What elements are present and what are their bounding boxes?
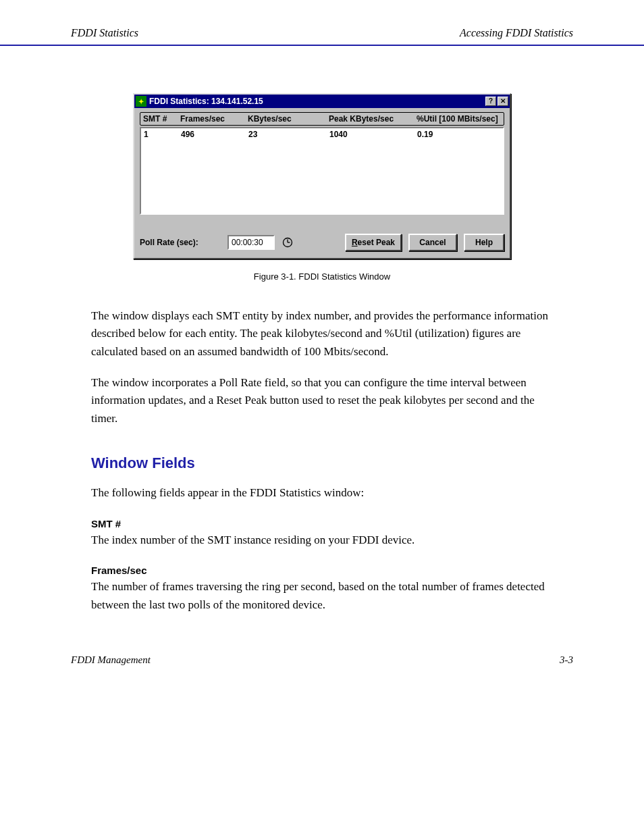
section-heading: Window Fields <box>91 452 553 475</box>
footer-right: 3-3 <box>560 654 573 666</box>
cancel-button[interactable]: Cancel <box>408 234 457 251</box>
header-right: Accessing FDDI Statistics <box>460 27 573 39</box>
field-frames-name: Frames/sec <box>91 563 553 578</box>
titlebar: ✦ FDDI Statistics: 134.141.52.15 ? ✕ <box>134 95 510 108</box>
col-util: %Util [100 MBits/sec] <box>417 114 501 124</box>
table-row[interactable]: 1 496 23 1040 0.19 <box>142 130 502 139</box>
page-footer: FDDI Management 3-3 <box>71 654 573 666</box>
poll-rate-label: Poll Rate (sec): <box>140 238 221 247</box>
col-peak: Peak KBytes/sec <box>329 114 417 124</box>
close-button[interactable]: ✕ <box>498 97 508 106</box>
clock-icon[interactable] <box>281 236 294 249</box>
reset-peak-button[interactable]: Reset Peak <box>345 234 402 251</box>
app-icon: ✦ <box>136 96 146 107</box>
footer-left: FDDI Management <box>71 654 151 666</box>
figure-caption: Figure 3-1. FDDI Statistics Window <box>0 271 644 282</box>
para-3: The following fields appear in the FDDI … <box>91 484 553 502</box>
page-running-header: FDDI Statistics Accessing FDDI Statistic… <box>0 0 644 46</box>
cell-smt: 1 <box>144 130 181 139</box>
poll-rate-input[interactable] <box>227 235 275 250</box>
field-smt-name: SMT # <box>91 516 553 531</box>
para-1: The window displays each SMT entity by i… <box>91 307 553 361</box>
help-button[interactable]: Help <box>464 234 504 251</box>
field-frames-desc: The number of frames traversing the ring… <box>91 578 553 614</box>
column-headers: SMT # Frames/sec KBytes/sec Peak KBytes/… <box>140 112 504 126</box>
body-text: The window displays each SMT entity by i… <box>91 307 553 614</box>
help-button-titlebar[interactable]: ? <box>485 97 496 106</box>
col-smt: SMT # <box>143 114 180 124</box>
header-left: FDDI Statistics <box>71 27 138 39</box>
cell-fps: 496 <box>181 130 248 139</box>
stats-listbox[interactable]: 1 496 23 1040 0.19 <box>140 127 504 215</box>
col-kbytes: KBytes/sec <box>248 114 329 124</box>
window-title: FDDI Statistics: 134.141.52.15 <box>149 97 484 106</box>
fddi-statistics-dialog: ✦ FDDI Statistics: 134.141.52.15 ? ✕ SMT… <box>133 93 511 259</box>
cell-peak: 1040 <box>329 130 417 139</box>
col-frames: Frames/sec <box>180 114 248 124</box>
para-2: The window incorporates a Poll Rate fiel… <box>91 374 553 427</box>
cell-util: 0.19 <box>417 130 500 139</box>
cell-kbps: 23 <box>248 130 329 139</box>
field-smt-desc: The index number of the SMT instance res… <box>91 531 553 549</box>
